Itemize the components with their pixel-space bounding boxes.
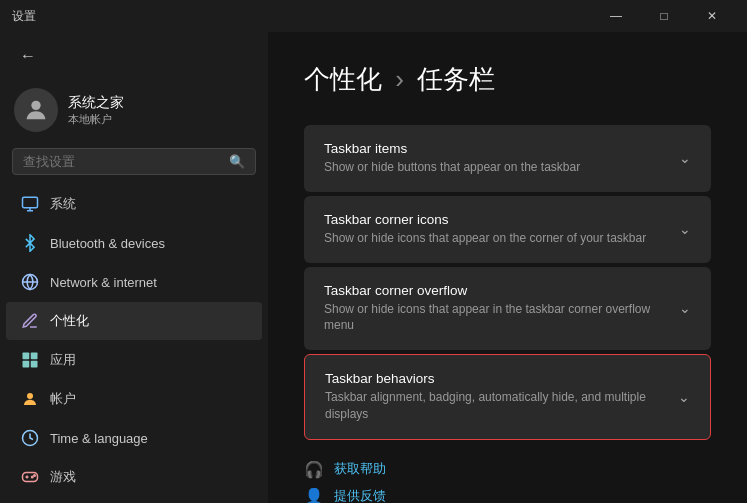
sidebar-label-time: Time & language (50, 431, 148, 446)
get-help-link[interactable]: 🎧 获取帮助 (304, 460, 711, 479)
chevron-down-icon-2: ⌄ (679, 221, 691, 237)
person-icon (20, 389, 40, 409)
svg-rect-7 (23, 361, 30, 368)
svg-rect-11 (23, 473, 38, 482)
sidebar-item-gaming[interactable]: 游戏 (6, 458, 262, 496)
close-button[interactable]: ✕ (689, 1, 735, 31)
sidebar-item-accessibility[interactable]: 辅助功能 (6, 497, 262, 503)
app-layout: ← 系统之家 本地帐户 🔍 (0, 32, 747, 503)
sidebar-label-bluetooth: Bluetooth & devices (50, 236, 165, 251)
brush-icon (20, 311, 40, 331)
get-help-label: 获取帮助 (334, 460, 386, 478)
settings-card-taskbar-corner-overflow[interactable]: Taskbar corner overflow Show or hide ico… (304, 267, 711, 351)
clock-icon (20, 428, 40, 448)
svg-point-0 (31, 101, 40, 110)
sidebar-label-accounts: 帐户 (50, 390, 76, 408)
sidebar-label-personalization: 个性化 (50, 312, 89, 330)
sidebar-label-apps: 应用 (50, 351, 76, 369)
headset-icon: 🎧 (304, 460, 324, 479)
breadcrumb-current: 任务栏 (417, 64, 495, 94)
feedback-link[interactable]: 👤 提供反馈 (304, 487, 711, 503)
back-button[interactable]: ← (14, 42, 42, 70)
page-breadcrumb: 个性化 › 任务栏 (304, 62, 711, 97)
gamepad-icon (20, 467, 40, 487)
breadcrumb-parent: 个性化 (304, 64, 382, 94)
card-desc-taskbar-corner-overflow: Show or hide icons that appear in the ta… (324, 301, 667, 335)
sidebar-label-gaming: 游戏 (50, 468, 76, 486)
sidebar-item-apps[interactable]: 应用 (6, 341, 262, 379)
search-input[interactable] (23, 154, 223, 169)
user-profile: 系统之家 本地帐户 (0, 80, 268, 144)
chevron-down-icon-4: ⌄ (678, 389, 690, 405)
monitor-icon (20, 194, 40, 214)
maximize-button[interactable]: □ (641, 1, 687, 31)
sidebar-item-bluetooth[interactable]: Bluetooth & devices (6, 224, 262, 262)
svg-rect-8 (31, 361, 38, 368)
nav-items: 系统 Bluetooth & devices Network & interne… (0, 185, 268, 503)
search-icon: 🔍 (229, 154, 245, 169)
network-icon (20, 272, 40, 292)
sidebar-label-network: Network & internet (50, 275, 157, 290)
app-title: 设置 (12, 8, 36, 25)
sidebar-item-system[interactable]: 系统 (6, 185, 262, 223)
search-box[interactable]: 🔍 (12, 148, 256, 175)
card-title-taskbar-items: Taskbar items (324, 141, 667, 156)
card-title-taskbar-corner-icons: Taskbar corner icons (324, 212, 667, 227)
card-text-taskbar-items: Taskbar items Show or hide buttons that … (324, 141, 667, 176)
card-text-taskbar-corner-overflow: Taskbar corner overflow Show or hide ico… (324, 283, 667, 335)
settings-group: Taskbar items Show or hide buttons that … (304, 125, 711, 440)
card-text-taskbar-behaviors: Taskbar behaviors Taskbar alignment, bad… (325, 371, 666, 423)
sidebar-nav-top: ← (0, 36, 268, 80)
user-type: 本地帐户 (68, 112, 124, 127)
settings-card-taskbar-behaviors[interactable]: Taskbar behaviors Taskbar alignment, bad… (304, 354, 711, 440)
minimize-button[interactable]: — (593, 1, 639, 31)
apps-icon (20, 350, 40, 370)
card-text-taskbar-corner-icons: Taskbar corner icons Show or hide icons … (324, 212, 667, 247)
feedback-icon: 👤 (304, 487, 324, 503)
title-bar-left: 设置 (12, 8, 36, 25)
breadcrumb-separator: › (395, 64, 404, 94)
card-desc-taskbar-behaviors: Taskbar alignment, badging, automaticall… (325, 389, 666, 423)
chevron-down-icon: ⌄ (679, 150, 691, 166)
settings-card-taskbar-corner-icons[interactable]: Taskbar corner icons Show or hide icons … (304, 196, 711, 263)
card-desc-taskbar-corner-icons: Show or hide icons that appear on the co… (324, 230, 667, 247)
title-bar-controls: — □ ✕ (593, 1, 735, 31)
user-name: 系统之家 (68, 94, 124, 112)
svg-point-9 (27, 393, 33, 399)
sidebar: ← 系统之家 本地帐户 🔍 (0, 32, 268, 503)
svg-rect-1 (23, 197, 38, 208)
card-desc-taskbar-items: Show or hide buttons that appear on the … (324, 159, 667, 176)
card-title-taskbar-behaviors: Taskbar behaviors (325, 371, 666, 386)
settings-card-taskbar-items[interactable]: Taskbar items Show or hide buttons that … (304, 125, 711, 192)
sidebar-item-personalization[interactable]: 个性化 (6, 302, 262, 340)
svg-rect-5 (23, 353, 30, 360)
feedback-label: 提供反馈 (334, 487, 386, 503)
svg-point-14 (32, 476, 34, 478)
title-bar: 设置 — □ ✕ (0, 0, 747, 32)
svg-point-15 (34, 475, 36, 477)
footer-links: 🎧 获取帮助 👤 提供反馈 (304, 460, 711, 503)
chevron-down-icon-3: ⌄ (679, 300, 691, 316)
sidebar-item-network[interactable]: Network & internet (6, 263, 262, 301)
user-info: 系统之家 本地帐户 (68, 94, 124, 127)
svg-rect-6 (31, 353, 38, 360)
card-title-taskbar-corner-overflow: Taskbar corner overflow (324, 283, 667, 298)
sidebar-label-system: 系统 (50, 195, 76, 213)
main-content: 个性化 › 任务栏 Taskbar items Show or hide but… (268, 32, 747, 503)
sidebar-item-accounts[interactable]: 帐户 (6, 380, 262, 418)
avatar (14, 88, 58, 132)
sidebar-item-time[interactable]: Time & language (6, 419, 262, 457)
bluetooth-icon (20, 233, 40, 253)
